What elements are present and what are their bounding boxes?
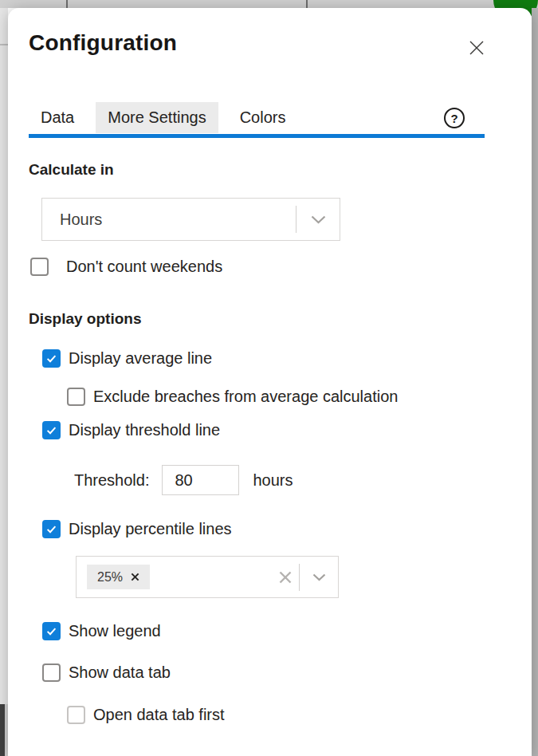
dont-count-weekends-row: Don't count weekends (30, 258, 222, 276)
display-percentile-lines-row: Display percentile lines (42, 520, 232, 538)
help-icon: ? (450, 112, 457, 125)
checkmark-icon (45, 424, 57, 436)
percentile-tag: 25% (87, 565, 150, 589)
display-percentile-lines-label: Display percentile lines (69, 520, 232, 538)
display-average-line-row: Display average line (42, 349, 212, 368)
threshold-label: Threshold: (74, 471, 150, 490)
exclude-breaches-checkbox[interactable] (67, 388, 85, 406)
tab-bar: Data More Settings Colors (29, 102, 297, 133)
dont-count-weekends-checkbox[interactable] (30, 258, 49, 276)
checkmark-icon (45, 352, 57, 364)
chevron-down-icon[interactable] (296, 215, 340, 224)
tab-underline (29, 134, 485, 138)
help-button[interactable]: ? (444, 108, 465, 128)
threshold-value-row: Threshold: hours (74, 465, 293, 495)
backdrop-left-strip (0, 8, 8, 756)
display-threshold-line-checkbox[interactable] (42, 421, 61, 439)
percentile-tag-label: 25% (97, 570, 123, 585)
backdrop-top-strip (0, 0, 538, 8)
clear-selection-icon[interactable] (272, 570, 299, 585)
show-legend-row: Show legend (42, 622, 161, 640)
threshold-input[interactable] (162, 465, 239, 495)
show-data-tab-checkbox[interactable] (42, 663, 61, 682)
configuration-dialog: Configuration Data More Settings Colors … (8, 8, 532, 756)
open-data-tab-first-checkbox[interactable] (67, 706, 85, 724)
show-legend-label: Show legend (69, 622, 161, 640)
tab-data-label: Data (41, 108, 74, 127)
tab-more-settings-label: More Settings (108, 108, 206, 127)
backdrop-gridline (66, 0, 68, 8)
percentile-multiselect[interactable]: 25% (76, 556, 339, 598)
dont-count-weekends-label: Don't count weekends (66, 258, 222, 276)
backdrop-gridline (306, 0, 308, 8)
display-options-heading: Display options (29, 310, 141, 328)
calculate-in-heading: Calculate in (29, 161, 114, 179)
checkmark-icon (45, 523, 57, 535)
open-data-tab-first-label: Open data tab first (93, 706, 225, 724)
remove-tag-icon[interactable] (131, 573, 139, 581)
show-data-tab-row: Show data tab (42, 663, 171, 682)
display-average-line-label: Display average line (69, 349, 212, 368)
display-percentile-lines-checkbox[interactable] (42, 520, 61, 538)
tab-colors[interactable]: Colors (228, 102, 298, 133)
calculate-in-select[interactable]: Hours (41, 198, 340, 241)
display-threshold-line-label: Display threshold line (69, 421, 220, 439)
exclude-breaches-row: Exclude breaches from average calculatio… (67, 388, 398, 406)
threshold-unit: hours (253, 471, 293, 490)
tab-more-settings[interactable]: More Settings (96, 102, 218, 133)
close-icon (468, 39, 485, 57)
close-button[interactable] (465, 37, 488, 59)
show-data-tab-label: Show data tab (69, 663, 171, 682)
backdrop-right-strip (532, 8, 538, 756)
dialog-title: Configuration (29, 30, 177, 56)
open-data-tab-first-row: Open data tab first (67, 706, 225, 724)
display-average-line-checkbox[interactable] (42, 349, 61, 368)
checkmark-icon (45, 625, 57, 637)
display-threshold-line-row: Display threshold line (42, 421, 220, 439)
tab-data[interactable]: Data (29, 102, 86, 133)
chevron-down-icon[interactable] (300, 573, 338, 581)
tab-colors-label: Colors (240, 108, 286, 127)
calculate-in-selected-value: Hours (42, 211, 296, 229)
exclude-breaches-label: Exclude breaches from average calculatio… (93, 388, 398, 406)
show-legend-checkbox[interactable] (42, 622, 61, 640)
backdrop-left-line (0, 44, 8, 45)
